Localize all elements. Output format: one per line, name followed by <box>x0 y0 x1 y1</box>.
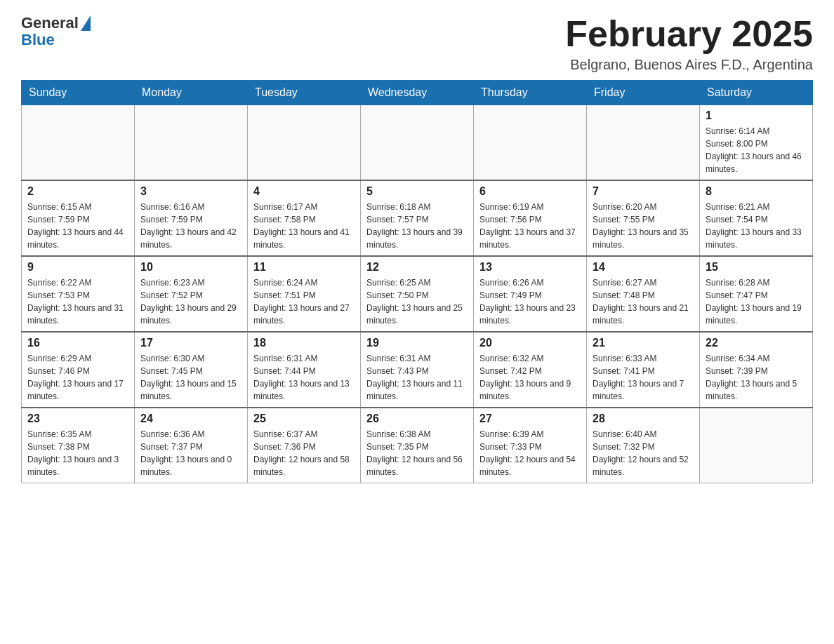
calendar-week-row: 23Sunrise: 6:35 AM Sunset: 7:38 PM Dayli… <box>22 408 813 483</box>
day-info: Sunrise: 6:36 AM Sunset: 7:37 PM Dayligh… <box>140 428 241 478</box>
day-info: Sunrise: 6:18 AM Sunset: 7:57 PM Dayligh… <box>366 201 468 251</box>
calendar-week-row: 2Sunrise: 6:15 AM Sunset: 7:59 PM Daylig… <box>22 180 813 256</box>
title-block: February 2025 Belgrano, Buenos Aires F.D… <box>565 14 813 73</box>
day-number: 25 <box>253 412 355 425</box>
calendar-day-cell: 1Sunrise: 6:14 AM Sunset: 8:00 PM Daylig… <box>700 105 813 181</box>
logo-triangle-icon <box>81 15 91 31</box>
day-number: 10 <box>140 261 241 274</box>
day-info: Sunrise: 6:39 AM Sunset: 7:33 PM Dayligh… <box>479 428 581 478</box>
day-number: 26 <box>366 412 468 425</box>
day-number: 12 <box>366 261 468 274</box>
day-number: 8 <box>706 185 807 198</box>
calendar-day-cell: 2Sunrise: 6:15 AM Sunset: 7:59 PM Daylig… <box>22 180 135 256</box>
calendar-day-cell: 3Sunrise: 6:16 AM Sunset: 7:59 PM Daylig… <box>135 180 248 256</box>
calendar-day-cell <box>361 105 474 181</box>
day-info: Sunrise: 6:21 AM Sunset: 7:54 PM Dayligh… <box>706 201 807 251</box>
day-info: Sunrise: 6:37 AM Sunset: 7:36 PM Dayligh… <box>253 428 355 478</box>
calendar-day-cell: 19Sunrise: 6:31 AM Sunset: 7:43 PM Dayli… <box>361 332 474 408</box>
calendar-day-cell <box>474 105 587 181</box>
day-number: 15 <box>706 261 807 274</box>
calendar-day-cell: 26Sunrise: 6:38 AM Sunset: 7:35 PM Dayli… <box>361 408 474 483</box>
calendar-day-cell: 25Sunrise: 6:37 AM Sunset: 7:36 PM Dayli… <box>248 408 361 483</box>
day-number: 5 <box>366 185 468 198</box>
day-info: Sunrise: 6:23 AM Sunset: 7:52 PM Dayligh… <box>140 276 241 327</box>
day-info: Sunrise: 6:16 AM Sunset: 7:59 PM Dayligh… <box>140 201 241 251</box>
day-number: 22 <box>706 337 807 349</box>
column-header-sunday: Sunday <box>22 81 135 105</box>
day-number: 16 <box>27 337 128 349</box>
calendar-day-cell: 6Sunrise: 6:19 AM Sunset: 7:56 PM Daylig… <box>474 180 587 256</box>
day-info: Sunrise: 6:34 AM Sunset: 7:39 PM Dayligh… <box>706 352 807 403</box>
calendar-table: SundayMondayTuesdayWednesdayThursdayFrid… <box>21 80 813 483</box>
calendar-day-cell: 15Sunrise: 6:28 AM Sunset: 7:47 PM Dayli… <box>700 256 813 332</box>
logo-blue-text: Blue <box>21 31 55 49</box>
day-info: Sunrise: 6:32 AM Sunset: 7:42 PM Dayligh… <box>479 352 581 403</box>
calendar-day-cell: 14Sunrise: 6:27 AM Sunset: 7:48 PM Dayli… <box>587 256 700 332</box>
location-text: Belgrano, Buenos Aires F.D., Argentina <box>565 57 813 73</box>
logo-general-text: General <box>21 14 79 32</box>
calendar-day-cell: 23Sunrise: 6:35 AM Sunset: 7:38 PM Dayli… <box>22 408 135 483</box>
day-info: Sunrise: 6:29 AM Sunset: 7:46 PM Dayligh… <box>27 352 128 403</box>
day-number: 4 <box>253 185 355 198</box>
day-number: 28 <box>593 412 694 425</box>
calendar-day-cell: 28Sunrise: 6:40 AM Sunset: 7:32 PM Dayli… <box>587 408 700 483</box>
column-header-saturday: Saturday <box>700 81 813 105</box>
day-info: Sunrise: 6:33 AM Sunset: 7:41 PM Dayligh… <box>593 352 694 403</box>
calendar-week-row: 1Sunrise: 6:14 AM Sunset: 8:00 PM Daylig… <box>22 105 813 181</box>
calendar-day-cell: 4Sunrise: 6:17 AM Sunset: 7:58 PM Daylig… <box>248 180 361 256</box>
day-info: Sunrise: 6:31 AM Sunset: 7:44 PM Dayligh… <box>253 352 355 403</box>
calendar-day-cell: 16Sunrise: 6:29 AM Sunset: 7:46 PM Dayli… <box>22 332 135 408</box>
day-number: 9 <box>27 261 128 274</box>
calendar-day-cell: 18Sunrise: 6:31 AM Sunset: 7:44 PM Dayli… <box>248 332 361 408</box>
calendar-header-row: SundayMondayTuesdayWednesdayThursdayFrid… <box>22 81 813 105</box>
day-number: 1 <box>706 109 807 122</box>
day-info: Sunrise: 6:28 AM Sunset: 7:47 PM Dayligh… <box>706 276 807 327</box>
calendar-day-cell <box>587 105 700 181</box>
calendar-day-cell: 10Sunrise: 6:23 AM Sunset: 7:52 PM Dayli… <box>135 256 248 332</box>
calendar-day-cell: 7Sunrise: 6:20 AM Sunset: 7:55 PM Daylig… <box>587 180 700 256</box>
day-info: Sunrise: 6:17 AM Sunset: 7:58 PM Dayligh… <box>253 201 355 251</box>
calendar-day-cell: 8Sunrise: 6:21 AM Sunset: 7:54 PM Daylig… <box>700 180 813 256</box>
day-number: 7 <box>593 185 694 198</box>
day-info: Sunrise: 6:25 AM Sunset: 7:50 PM Dayligh… <box>366 276 468 327</box>
day-info: Sunrise: 6:15 AM Sunset: 7:59 PM Dayligh… <box>27 201 128 251</box>
column-header-wednesday: Wednesday <box>361 81 474 105</box>
day-number: 6 <box>479 185 581 198</box>
day-number: 19 <box>366 337 468 349</box>
day-number: 23 <box>27 412 128 425</box>
day-info: Sunrise: 6:24 AM Sunset: 7:51 PM Dayligh… <box>253 276 355 327</box>
calendar-day-cell: 27Sunrise: 6:39 AM Sunset: 7:33 PM Dayli… <box>474 408 587 483</box>
calendar-day-cell: 21Sunrise: 6:33 AM Sunset: 7:41 PM Dayli… <box>587 332 700 408</box>
day-number: 27 <box>479 412 581 425</box>
page-header: General Blue February 2025 Belgrano, Bue… <box>21 14 813 73</box>
day-number: 24 <box>140 412 241 425</box>
day-info: Sunrise: 6:30 AM Sunset: 7:45 PM Dayligh… <box>140 352 241 403</box>
calendar-day-cell: 24Sunrise: 6:36 AM Sunset: 7:37 PM Dayli… <box>135 408 248 483</box>
day-info: Sunrise: 6:35 AM Sunset: 7:38 PM Dayligh… <box>27 428 128 478</box>
month-title: February 2025 <box>565 14 813 54</box>
calendar-day-cell <box>22 105 135 181</box>
calendar-day-cell: 17Sunrise: 6:30 AM Sunset: 7:45 PM Dayli… <box>135 332 248 408</box>
column-header-friday: Friday <box>587 81 700 105</box>
calendar-week-row: 9Sunrise: 6:22 AM Sunset: 7:53 PM Daylig… <box>22 256 813 332</box>
day-number: 2 <box>27 185 128 198</box>
column-header-thursday: Thursday <box>474 81 587 105</box>
day-number: 11 <box>253 261 355 274</box>
calendar-day-cell: 22Sunrise: 6:34 AM Sunset: 7:39 PM Dayli… <box>700 332 813 408</box>
day-info: Sunrise: 6:26 AM Sunset: 7:49 PM Dayligh… <box>479 276 581 327</box>
column-header-tuesday: Tuesday <box>248 81 361 105</box>
calendar-day-cell: 11Sunrise: 6:24 AM Sunset: 7:51 PM Dayli… <box>248 256 361 332</box>
calendar-day-cell: 9Sunrise: 6:22 AM Sunset: 7:53 PM Daylig… <box>22 256 135 332</box>
calendar-day-cell <box>135 105 248 181</box>
day-number: 18 <box>253 337 355 349</box>
day-info: Sunrise: 6:38 AM Sunset: 7:35 PM Dayligh… <box>366 428 468 478</box>
day-info: Sunrise: 6:14 AM Sunset: 8:00 PM Dayligh… <box>706 125 807 175</box>
day-info: Sunrise: 6:20 AM Sunset: 7:55 PM Dayligh… <box>593 201 694 251</box>
column-header-monday: Monday <box>135 81 248 105</box>
day-info: Sunrise: 6:27 AM Sunset: 7:48 PM Dayligh… <box>593 276 694 327</box>
calendar-day-cell: 13Sunrise: 6:26 AM Sunset: 7:49 PM Dayli… <box>474 256 587 332</box>
calendar-day-cell: 20Sunrise: 6:32 AM Sunset: 7:42 PM Dayli… <box>474 332 587 408</box>
calendar-day-cell <box>700 408 813 483</box>
day-number: 21 <box>593 337 694 349</box>
day-info: Sunrise: 6:31 AM Sunset: 7:43 PM Dayligh… <box>366 352 468 403</box>
